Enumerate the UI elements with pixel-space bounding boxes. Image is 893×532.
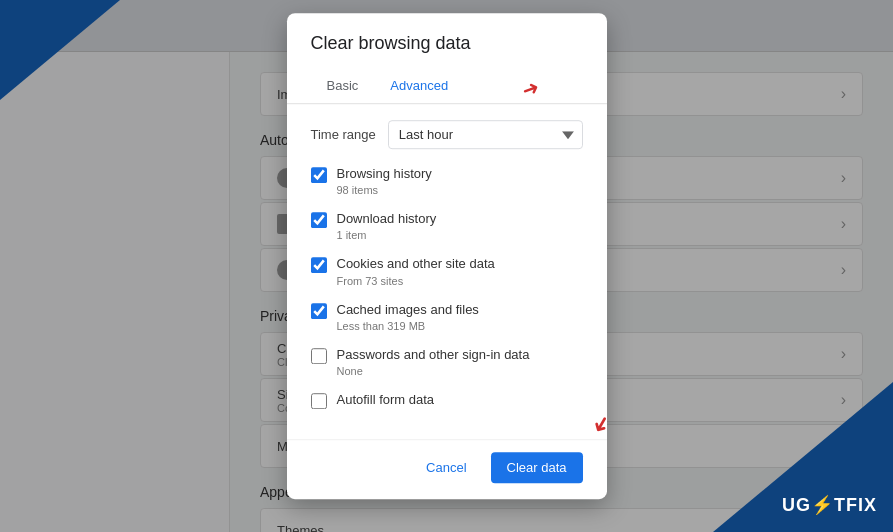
tab-basic[interactable]: Basic (311, 70, 375, 104)
autofill-checkbox[interactable] (311, 393, 327, 409)
dialog-body: Time range Last hour Last 24 hours Last … (287, 104, 607, 439)
browsing-history-text: Browsing history 98 items (337, 165, 432, 196)
browsing-history-sub: 98 items (337, 184, 432, 196)
cancel-button[interactable]: Cancel (410, 452, 482, 483)
download-history-text: Download history 1 item (337, 210, 437, 241)
cached-text: Cached images and files Less than 319 MB (337, 301, 479, 332)
advanced-arrow-icon: ➜ (518, 74, 542, 102)
browsing-history-label: Browsing history (337, 165, 432, 183)
passwords-signin-sub: None (337, 365, 530, 377)
cached-checkbox[interactable] (311, 303, 327, 319)
cookies-checkbox[interactable] (311, 258, 327, 274)
watermark: UG ⚡ TFIX (782, 494, 877, 516)
download-history-label: Download history (337, 210, 437, 228)
download-history-checkbox[interactable] (311, 212, 327, 228)
passwords-signin-text: Passwords and other sign-in data None (337, 346, 530, 377)
checkbox-browsing-history: Browsing history 98 items (311, 165, 583, 196)
passwords-signin-checkbox[interactable] (311, 348, 327, 364)
dialog-footer: Cancel Clear data (287, 439, 607, 499)
cached-label: Cached images and files (337, 301, 479, 319)
cookies-text: Cookies and other site data From 73 site… (337, 256, 495, 287)
cookies-label: Cookies and other site data (337, 256, 495, 274)
checkbox-cached: Cached images and files Less than 319 MB (311, 301, 583, 332)
tab-advanced[interactable]: Advanced (374, 70, 464, 104)
time-range-row: Time range Last hour Last 24 hours Last … (311, 120, 583, 149)
passwords-signin-label: Passwords and other sign-in data (337, 346, 530, 364)
clear-browsing-dialog: Clear browsing data Basic Advanced ➜ Tim… (287, 13, 607, 499)
checkbox-autofill: Autofill form data (311, 391, 583, 409)
cookies-sub: From 73 sites (337, 275, 495, 287)
watermark-ug: UG (782, 495, 811, 516)
dialog-tabs: Basic Advanced ➜ (287, 70, 607, 104)
watermark-tfix: TFIX (834, 495, 877, 516)
cached-sub: Less than 319 MB (337, 320, 479, 332)
download-history-sub: 1 item (337, 230, 437, 242)
autofill-form-text: Autofill form data (337, 391, 435, 409)
dialog-title: Clear browsing data (287, 13, 607, 70)
checkbox-passwords: Passwords and other sign-in data None (311, 346, 583, 377)
autofill-form-label: Autofill form data (337, 391, 435, 409)
clear-data-button[interactable]: Clear data (491, 452, 583, 483)
watermark-lightning-icon: ⚡ (811, 494, 834, 516)
time-range-select[interactable]: Last hour Last 24 hours Last 7 days Last… (388, 120, 583, 149)
time-range-label: Time range (311, 127, 376, 142)
browsing-history-checkbox[interactable] (311, 167, 327, 183)
checkbox-download-history: Download history 1 item (311, 210, 583, 241)
checkbox-cookies: Cookies and other site data From 73 site… (311, 256, 583, 287)
